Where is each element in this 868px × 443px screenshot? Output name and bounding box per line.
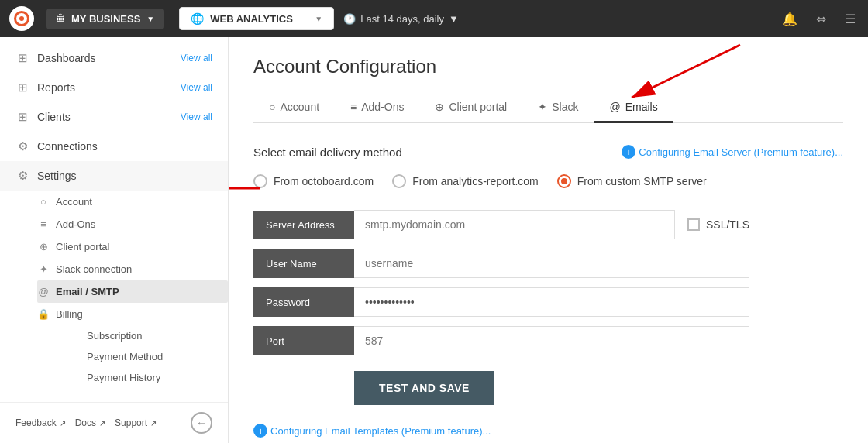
analytics-globe-icon: 🌐 (191, 12, 204, 25)
email-smtp-sub-label: Email / SMTP (56, 286, 119, 297)
radio-octoboard-label: From octoboard.com (274, 175, 374, 187)
analytics-selector[interactable]: 🌐 WEB ANALYTICS ▼ (179, 7, 334, 30)
password-row: Password (253, 287, 749, 317)
premium-email-server-link[interactable]: i Configuring Email Server (Premium feat… (622, 145, 843, 159)
reports-view-all[interactable]: View all (181, 82, 212, 93)
billing-sub-icon: 🔒 (37, 308, 50, 320)
business-selector[interactable]: 🏛 MY BUSINESS ▼ (46, 9, 164, 29)
tab-slack-icon: ✦ (538, 101, 547, 113)
delivery-method-title: Select email delivery method (253, 146, 402, 159)
support-link[interactable]: Support ↗ (115, 417, 157, 428)
sidebar-item-settings[interactable]: ⚙ Settings (0, 161, 228, 191)
port-row: Port (253, 326, 749, 355)
tab-addons-label: Add-Ons (361, 101, 404, 113)
feedback-external-icon: ↗ (60, 419, 66, 428)
feedback-label: Feedback (16, 417, 57, 428)
port-input[interactable] (354, 326, 749, 355)
slack-sub-icon: ✦ (37, 263, 50, 275)
account-sub-icon: ○ (37, 196, 50, 208)
username-input[interactable] (354, 249, 749, 278)
password-input[interactable] (354, 287, 749, 317)
password-label: Password (253, 287, 354, 317)
connections-label: Connections (37, 140, 212, 153)
sidebar-nav: ⊞ Dashboards View all ⊞ Reports View all… (0, 37, 228, 402)
settings-icon: ⚙ (16, 169, 29, 183)
sidebar-item-dashboards[interactable]: ⊞ Dashboards View all (0, 43, 228, 73)
sidebar-footer: Feedback ↗ Docs ↗ Support ↗ ← (0, 402, 228, 443)
support-label: Support (115, 417, 147, 428)
analytics-chevron-icon: ▼ (315, 15, 322, 23)
premium-email-server-label: Configuring Email Server (Premium featur… (639, 146, 843, 158)
tab-emails-label: Emails (625, 101, 658, 113)
sidebar-item-connections[interactable]: ⚙ Connections (0, 132, 228, 161)
tabs-bar: ○ Account ≡ Add-Ons ⊕ Client portal ✦ Sl… (253, 93, 843, 123)
menu-button[interactable]: ☰ (842, 9, 859, 29)
clients-label: Clients (37, 111, 173, 123)
dashboards-icon: ⊞ (16, 51, 29, 65)
email-smtp-sub-icon: @ (37, 286, 50, 297)
support-external-icon: ↗ (150, 419, 157, 428)
sidebar: ⊞ Dashboards View all ⊞ Reports View all… (0, 37, 229, 443)
feedback-link[interactable]: Feedback ↗ (16, 417, 66, 428)
premium-templates-link[interactable]: Configuring Email Templates (Premium fea… (270, 425, 491, 437)
account-sub-label: Account (56, 196, 92, 208)
sidebar-sub-account[interactable]: ○ Account (37, 191, 228, 213)
sidebar-sub-client-portal[interactable]: ⊕ Client portal (37, 235, 228, 258)
radio-custom-dot (561, 178, 567, 184)
docs-label: Docs (75, 417, 96, 428)
notifications-button[interactable]: 🔔 (779, 9, 801, 29)
sidebar-item-reports[interactable]: ⊞ Reports View all (0, 73, 228, 102)
content-area: Account Configuration ○ Account ≡ Add-On… (229, 37, 868, 443)
info-icon: i (622, 145, 636, 159)
ssl-tls-label: SSL/TLS (706, 218, 749, 231)
back-button[interactable]: ← (191, 412, 212, 434)
billing-sub-label: Billing (56, 308, 83, 320)
docs-link[interactable]: Docs ↗ (75, 417, 105, 428)
sidebar-sub-slack[interactable]: ✦ Slack connection (37, 258, 228, 280)
billing-subnav: Subscription Payment Method Payment Hist… (37, 325, 228, 388)
radio-custom-smtp[interactable]: From custom SMTP server (557, 174, 707, 188)
sidebar-sub-addons[interactable]: ≡ Add-Ons (37, 213, 228, 235)
business-chevron-icon: ▼ (146, 15, 154, 23)
tab-emails[interactable]: @ Emails (594, 93, 673, 123)
tab-account-icon: ○ (269, 101, 275, 113)
client-portal-sub-label: Client portal (56, 241, 109, 252)
subscription-label: Subscription (87, 330, 143, 342)
info-bottom-icon: i (253, 424, 267, 438)
tab-slack[interactable]: ✦ Slack (522, 93, 594, 123)
radio-octoboard[interactable]: From octoboard.com (253, 174, 374, 188)
date-range-label: Last 14 days, daily (360, 13, 444, 25)
sidebar-sub-billing[interactable]: 🔒 Billing (37, 303, 228, 325)
tab-client-portal[interactable]: ⊕ Client portal (419, 93, 522, 123)
port-label: Port (253, 326, 354, 355)
app-logo (9, 6, 34, 31)
clients-view-all[interactable]: View all (181, 112, 212, 122)
addons-sub-label: Add-Ons (56, 218, 95, 230)
topbar: 🏛 MY BUSINESS ▼ 🌐 WEB ANALYTICS ▼ 🕐 Last… (0, 0, 868, 37)
sidebar-sub-payment-history[interactable]: Payment History (87, 367, 228, 388)
radio-custom-circle (557, 174, 571, 188)
radio-analytics-report[interactable]: From analytics-report.com (392, 174, 539, 188)
tab-account[interactable]: ○ Account (253, 93, 335, 123)
reports-icon: ⊞ (16, 81, 29, 94)
addons-sub-icon: ≡ (37, 218, 50, 230)
server-address-input[interactable] (354, 210, 675, 239)
premium-templates-row: i Configuring Email Templates (Premium f… (253, 424, 843, 438)
sidebar-item-clients[interactable]: ⊞ Clients View all (0, 102, 228, 132)
ssl-checkbox[interactable] (687, 218, 700, 231)
share-button[interactable]: ⇔ (813, 9, 829, 29)
dashboards-view-all[interactable]: View all (181, 53, 212, 64)
sidebar-sub-email-smtp[interactable]: @ Email / SMTP (37, 280, 228, 303)
sidebar-sub-subscription[interactable]: Subscription (87, 325, 228, 346)
radio-analytics-label: From analytics-report.com (412, 175, 539, 187)
tab-addons[interactable]: ≡ Add-Ons (335, 93, 419, 123)
date-range-selector[interactable]: 🕐 Last 14 days, daily ▼ (343, 13, 459, 25)
server-address-row: Server Address SSL/TLS (253, 210, 749, 239)
settings-label: Settings (37, 170, 212, 182)
test-save-button[interactable]: TEST AND SAVE (354, 371, 494, 405)
sidebar-sub-payment-method[interactable]: Payment Method (87, 346, 228, 367)
tab-addons-icon: ≡ (350, 101, 356, 113)
business-icon: 🏛 (56, 13, 65, 24)
server-address-label: Server Address (253, 211, 354, 239)
radio-custom-label: From custom SMTP server (577, 175, 707, 187)
